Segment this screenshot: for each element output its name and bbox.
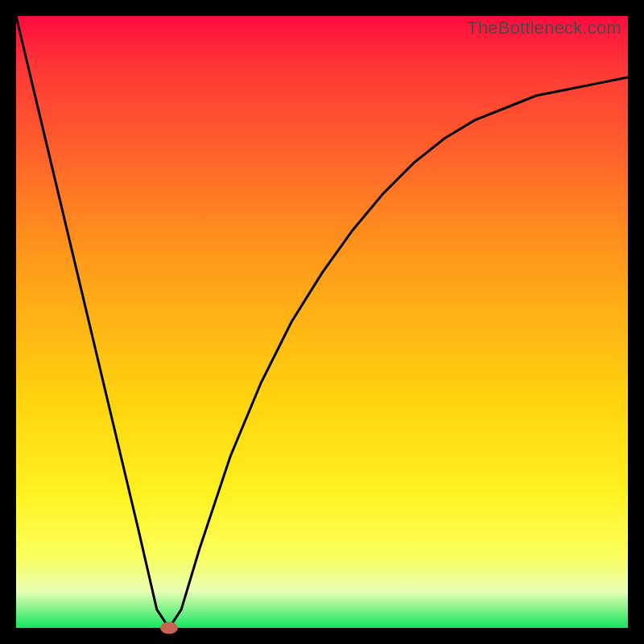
watermark-text: TheBottleneck.com — [467, 18, 621, 39]
bottleneck-curve-path — [16, 16, 628, 628]
optimal-point-marker — [160, 622, 178, 634]
chart-curve — [16, 16, 628, 628]
chart-frame: TheBottleneck.com — [16, 16, 628, 628]
